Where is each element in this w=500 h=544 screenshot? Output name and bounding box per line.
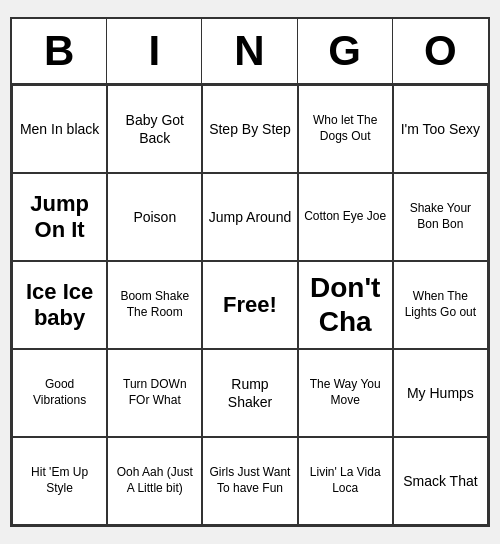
- bingo-cell-15[interactable]: Good Vibrations: [12, 349, 107, 437]
- bingo-cell-18[interactable]: The Way You Move: [298, 349, 393, 437]
- bingo-letter-b: B: [12, 19, 107, 83]
- bingo-letter-o: O: [393, 19, 488, 83]
- bingo-cell-11[interactable]: Boom Shake The Room: [107, 261, 202, 349]
- bingo-cell-17[interactable]: Rump Shaker: [202, 349, 297, 437]
- bingo-cell-23[interactable]: Livin' La Vida Loca: [298, 437, 393, 525]
- bingo-grid: Men In blackBaby Got BackStep By StepWho…: [12, 85, 488, 525]
- bingo-cell-22[interactable]: Girls Just Want To have Fun: [202, 437, 297, 525]
- bingo-cell-4[interactable]: I'm Too Sexy: [393, 85, 488, 173]
- bingo-cell-20[interactable]: Hit 'Em Up Style: [12, 437, 107, 525]
- bingo-header: BINGO: [12, 19, 488, 85]
- bingo-card: BINGO Men In blackBaby Got BackStep By S…: [10, 17, 490, 527]
- bingo-cell-13[interactable]: Don't Cha: [298, 261, 393, 349]
- bingo-letter-g: G: [298, 19, 393, 83]
- bingo-cell-8[interactable]: Cotton Eye Joe: [298, 173, 393, 261]
- bingo-cell-0[interactable]: Men In black: [12, 85, 107, 173]
- bingo-cell-10[interactable]: Ice Ice baby: [12, 261, 107, 349]
- bingo-cell-16[interactable]: Turn DOWn FOr What: [107, 349, 202, 437]
- bingo-cell-1[interactable]: Baby Got Back: [107, 85, 202, 173]
- bingo-cell-6[interactable]: Poison: [107, 173, 202, 261]
- bingo-cell-21[interactable]: Ooh Aah (Just A Little bit): [107, 437, 202, 525]
- bingo-cell-7[interactable]: Jump Around: [202, 173, 297, 261]
- bingo-cell-9[interactable]: Shake Your Bon Bon: [393, 173, 488, 261]
- bingo-cell-19[interactable]: My Humps: [393, 349, 488, 437]
- bingo-cell-5[interactable]: Jump On It: [12, 173, 107, 261]
- bingo-cell-12[interactable]: Free!: [202, 261, 297, 349]
- bingo-cell-2[interactable]: Step By Step: [202, 85, 297, 173]
- bingo-cell-3[interactable]: Who let The Dogs Out: [298, 85, 393, 173]
- bingo-letter-n: N: [202, 19, 297, 83]
- bingo-cell-24[interactable]: Smack That: [393, 437, 488, 525]
- bingo-letter-i: I: [107, 19, 202, 83]
- bingo-cell-14[interactable]: When The Lights Go out: [393, 261, 488, 349]
